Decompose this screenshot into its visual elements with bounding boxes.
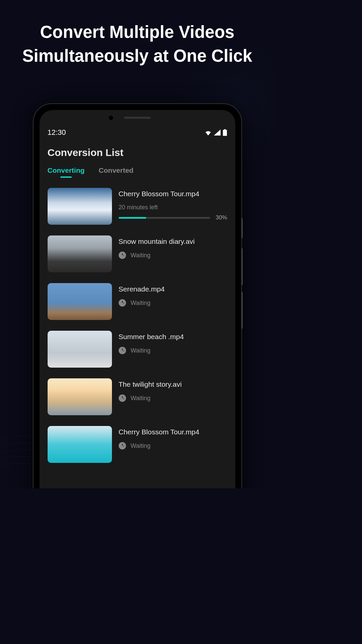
list-item[interactable]: The twilight story.avi Waiting (48, 378, 227, 415)
conversion-list: Cherry Blossom Tour.mp4 20 minutes left … (40, 184, 235, 463)
progress-bar (119, 217, 210, 219)
clock-icon (119, 299, 126, 307)
item-title: Summer beach .mp4 (119, 333, 227, 341)
clock-icon (119, 442, 126, 449)
video-thumbnail (48, 235, 112, 272)
item-title: Cherry Blossom Tour.mp4 (119, 428, 227, 436)
tab-converting[interactable]: Converting (48, 166, 85, 178)
item-status-text: Waiting (131, 442, 150, 449)
item-title: Serenade.mp4 (119, 285, 227, 293)
item-info: Serenade.mp4 Waiting (119, 283, 227, 307)
tab-converted[interactable]: Converted (99, 166, 133, 178)
phone-notch (40, 110, 235, 125)
progress-fill (119, 217, 146, 219)
status-time: 12:30 (48, 128, 66, 137)
item-status-text: Waiting (131, 300, 150, 307)
page-title: Conversion List (40, 143, 235, 166)
phone-side-button (241, 248, 243, 285)
phone-screen: 12:30 Conversion List Converting Convert… (40, 110, 235, 488)
video-thumbnail (48, 188, 112, 225)
phone-camera (108, 115, 114, 121)
phone-side-button (241, 292, 243, 329)
battery-icon (223, 129, 227, 136)
item-status-text: Waiting (131, 395, 150, 402)
tabs: Converting Converted (40, 166, 235, 184)
item-info: The twilight story.avi Waiting (119, 378, 227, 402)
wifi-icon (204, 129, 212, 136)
promo-headline: Convert Multiple Videos Simultaneously a… (0, 0, 275, 68)
video-thumbnail (48, 331, 112, 368)
video-thumbnail (48, 283, 112, 320)
video-thumbnail (48, 426, 112, 463)
clock-icon (119, 394, 126, 402)
item-status-text: Waiting (131, 252, 150, 259)
item-title: Cherry Blossom Tour.mp4 (119, 190, 227, 198)
list-item[interactable]: Serenade.mp4 Waiting (48, 283, 227, 320)
svg-rect-0 (223, 130, 227, 136)
waiting-status: Waiting (119, 394, 227, 402)
item-info: Cherry Blossom Tour.mp4 20 minutes left … (119, 188, 227, 221)
progress-row: 30% (119, 214, 227, 221)
progress-percent: 30% (216, 214, 227, 221)
list-item[interactable]: Cherry Blossom Tour.mp4 Waiting (48, 426, 227, 463)
clock-icon (119, 252, 126, 259)
item-info: Snow mountain diary.avi Waiting (119, 235, 227, 259)
item-info: Cherry Blossom Tour.mp4 Waiting (119, 426, 227, 449)
waiting-status: Waiting (119, 299, 227, 307)
list-item[interactable]: Cherry Blossom Tour.mp4 20 minutes left … (48, 188, 227, 225)
status-icons (204, 129, 227, 136)
item-status-text: 20 minutes left (119, 204, 227, 211)
item-title: Snow mountain diary.avi (119, 237, 227, 246)
item-status-text: Waiting (131, 347, 150, 354)
item-title: The twilight story.avi (119, 380, 227, 388)
svg-rect-1 (224, 129, 226, 130)
waiting-status: Waiting (119, 442, 227, 449)
phone-speaker (124, 117, 151, 119)
status-bar: 12:30 (40, 125, 235, 143)
phone-frame: 12:30 Conversion List Converting Convert… (34, 104, 241, 488)
signal-icon (214, 129, 221, 136)
list-item[interactable]: Snow mountain diary.avi Waiting (48, 235, 227, 272)
waiting-status: Waiting (119, 347, 227, 354)
phone-side-button (241, 218, 243, 238)
video-thumbnail (48, 378, 112, 415)
list-item[interactable]: Summer beach .mp4 Waiting (48, 331, 227, 368)
clock-icon (119, 347, 126, 354)
waiting-status: Waiting (119, 252, 227, 259)
item-info: Summer beach .mp4 Waiting (119, 331, 227, 354)
